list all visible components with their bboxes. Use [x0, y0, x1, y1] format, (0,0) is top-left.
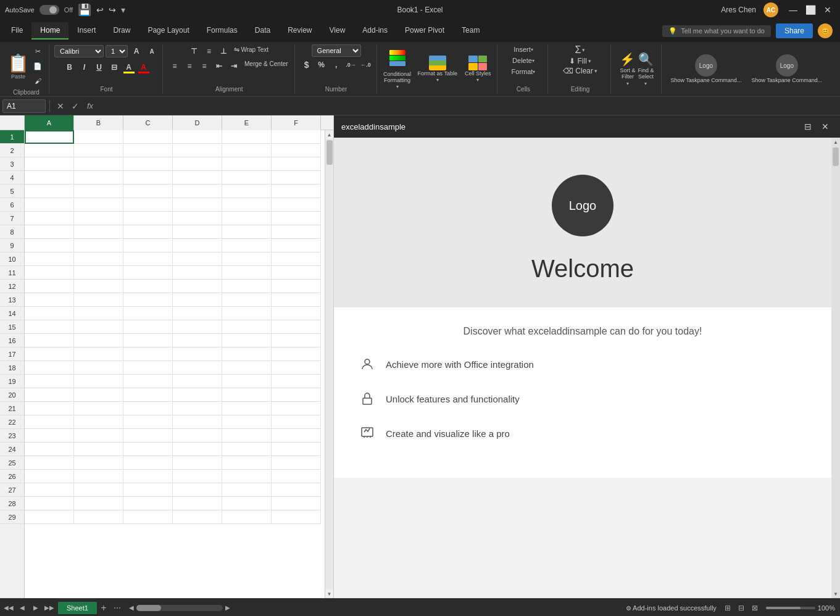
cell-D15[interactable]	[173, 320, 222, 334]
font-increase-button[interactable]: A	[130, 44, 143, 58]
cell-F22[interactable]	[272, 415, 321, 429]
cell-E13[interactable]	[222, 293, 272, 307]
cell-D13[interactable]	[173, 293, 222, 307]
format-cells-button[interactable]: Format ▾	[509, 67, 538, 77]
cell-B23[interactable]	[74, 429, 123, 443]
cell-E26[interactable]	[222, 470, 272, 483]
col-header-c[interactable]: C	[123, 115, 173, 130]
cell-B27[interactable]	[74, 483, 123, 497]
row-num-14[interactable]: 14	[0, 307, 24, 320]
cell-B16[interactable]	[74, 334, 123, 348]
cell-A9[interactable]	[25, 239, 74, 252]
horizontal-scrollbar[interactable]	[136, 605, 223, 611]
comma-button[interactable]: ,	[330, 58, 343, 72]
delete-cells-button[interactable]: Delete ▾	[510, 56, 537, 65]
cut-button[interactable]: ✂	[30, 44, 45, 58]
cell-E6[interactable]	[222, 198, 272, 212]
cell-D27[interactable]	[173, 483, 222, 497]
cell-B8[interactable]	[74, 225, 123, 239]
tab-team[interactable]: Team	[453, 22, 488, 40]
task-pane-close-button[interactable]: ✕	[818, 119, 833, 134]
cell-F4[interactable]	[272, 171, 321, 185]
cell-F10[interactable]	[272, 252, 321, 266]
cell-E24[interactable]	[222, 443, 272, 456]
cell-B18[interactable]	[74, 361, 123, 375]
row-num-27[interactable]: 27	[0, 483, 24, 497]
cell-F28[interactable]	[272, 497, 321, 510]
cell-E20[interactable]	[222, 388, 272, 402]
cancel-formula-button[interactable]: ✕	[54, 99, 67, 113]
format-painter-button[interactable]: 🖌	[30, 74, 45, 88]
page-layout-view-button[interactable]: ⊟	[735, 602, 747, 614]
cell-C27[interactable]	[123, 483, 173, 497]
cell-C20[interactable]	[123, 388, 173, 402]
cell-C2[interactable]	[123, 144, 173, 157]
cell-D24[interactable]	[173, 443, 222, 456]
cell-C26[interactable]	[123, 470, 173, 483]
increase-decimal-button[interactable]: .0→	[344, 58, 358, 72]
row-num-29[interactable]: 29	[0, 510, 24, 524]
cell-B7[interactable]	[74, 212, 123, 225]
vertical-scrollbar[interactable]: ▲ ▼	[325, 130, 333, 598]
cell-E11[interactable]	[222, 266, 272, 280]
cell-D10[interactable]	[173, 252, 222, 266]
scroll-track[interactable]	[325, 139, 334, 589]
cell-F26[interactable]	[272, 470, 321, 483]
row-num-28[interactable]: 28	[0, 497, 24, 510]
cell-E14[interactable]	[222, 307, 272, 320]
cell-D16[interactable]	[173, 334, 222, 348]
cell-E10[interactable]	[222, 252, 272, 266]
cell-F17[interactable]	[272, 348, 321, 361]
task-pane-scrollbar[interactable]: ▲ ▼	[831, 138, 840, 598]
sheet-nav-first[interactable]: ◀◀	[2, 602, 15, 614]
percent-button[interactable]: %	[315, 58, 328, 72]
cell-F16[interactable]	[272, 334, 321, 348]
cell-F21[interactable]	[272, 402, 321, 415]
cell-E29[interactable]	[222, 510, 272, 524]
row-num-1[interactable]: 1	[0, 130, 24, 144]
restore-button[interactable]: ⬜	[803, 2, 818, 17]
cell-D5[interactable]	[173, 185, 222, 198]
cell-A18[interactable]	[25, 361, 74, 375]
cell-E12[interactable]	[222, 280, 272, 293]
cell-styles-button[interactable]: Cell Styles ▾	[462, 54, 494, 85]
cell-B5[interactable]	[74, 185, 123, 198]
cell-E5[interactable]	[222, 185, 272, 198]
cell-A11[interactable]	[25, 266, 74, 280]
cell-F9[interactable]	[272, 239, 321, 252]
format-as-table-button[interactable]: Format as Table ▾	[415, 54, 460, 85]
merge-center-button[interactable]: Merge & Center	[242, 59, 291, 73]
sheet-tab-sheet1[interactable]: Sheet1	[58, 602, 97, 614]
cell-A4[interactable]	[25, 171, 74, 185]
fill-button[interactable]: ⬇ Fill ▾	[569, 57, 591, 65]
row-num-22[interactable]: 22	[0, 415, 24, 429]
quick-access-dropdown[interactable]: ▾	[121, 5, 125, 15]
cell-D8[interactable]	[173, 225, 222, 239]
align-bottom-button[interactable]: ⊥	[217, 44, 230, 58]
show-taskpane-2-button[interactable]: Logo Show Taskpane Command...	[747, 52, 826, 86]
cell-E3[interactable]	[222, 157, 272, 171]
cell-A8[interactable]	[25, 225, 74, 239]
cell-F25[interactable]	[272, 456, 321, 470]
cell-B1[interactable]	[74, 130, 123, 144]
underline-button[interactable]: U	[93, 60, 106, 74]
share-button[interactable]: Share	[776, 23, 813, 38]
tab-power-pivot[interactable]: Power Pivot	[396, 22, 453, 40]
italic-button[interactable]: I	[78, 60, 91, 74]
cell-E2[interactable]	[222, 144, 272, 157]
page-break-view-button[interactable]: ⊠	[749, 602, 761, 614]
tab-page-layout[interactable]: Page Layout	[139, 22, 198, 40]
cell-F20[interactable]	[272, 388, 321, 402]
cell-B6[interactable]	[74, 198, 123, 212]
cell-E22[interactable]	[222, 415, 272, 429]
find-select-button[interactable]: 🔍 Find &Select ▾	[638, 52, 654, 87]
cell-B22[interactable]	[74, 415, 123, 429]
cell-A15[interactable]	[25, 320, 74, 334]
cell-B14[interactable]	[74, 307, 123, 320]
cell-A6[interactable]	[25, 198, 74, 212]
cell-F18[interactable]	[272, 361, 321, 375]
row-num-13[interactable]: 13	[0, 293, 24, 307]
cell-C18[interactable]	[123, 361, 173, 375]
cell-D26[interactable]	[173, 470, 222, 483]
cell-A25[interactable]	[25, 456, 74, 470]
